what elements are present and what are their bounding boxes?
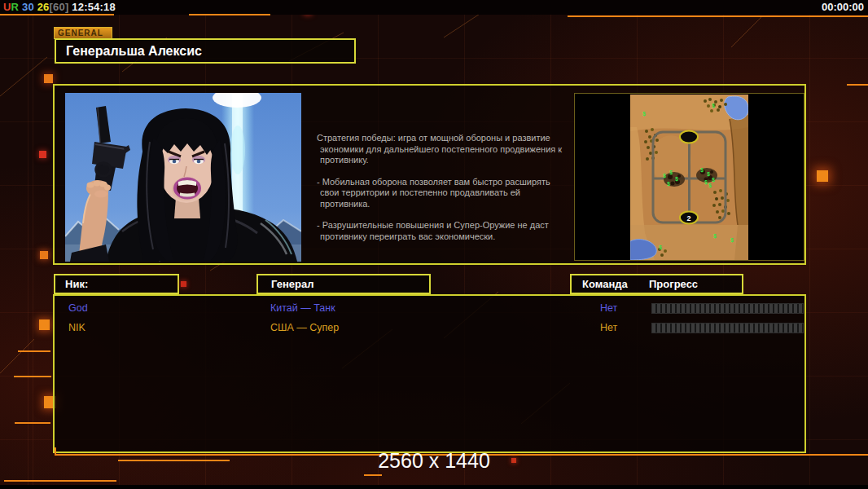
bottom-black-bar — [0, 485, 868, 489]
deco-line — [14, 376, 51, 377]
session-part: [60] — [50, 1, 69, 13]
column-header-nick: Ник: — [54, 274, 179, 294]
svg-text:$: $ — [704, 179, 708, 186]
svg-text:$: $ — [667, 181, 670, 187]
svg-text:$: $ — [663, 173, 666, 179]
strategy-description: Стратегия победы: игра от мощной обороны… — [317, 133, 564, 253]
match-timer: 00:00:00 — [822, 1, 864, 13]
player-general: Китай — Танк — [270, 300, 335, 316]
session-part: 12:54:18 — [68, 1, 115, 13]
description-paragraph: Стратегия победы: игра от мощной обороны… — [317, 133, 564, 166]
player-team: Нет — [600, 319, 617, 336]
deco-square — [39, 151, 46, 158]
player-list-panel: God Китай — Танк Нет NIK США — Супер Нет — [53, 294, 806, 453]
deco-line — [18, 350, 50, 352]
progress-bar — [651, 323, 804, 333]
deco-line — [364, 474, 382, 476]
minimap: 2 $$ $$ $$ $$ $ $$ $$ $ — [630, 95, 748, 260]
player-nick: NIK — [68, 319, 85, 336]
tab-general: GENERAL — [54, 27, 112, 39]
start-position-1 — [680, 131, 698, 143]
column-header-progress-label: Прогресс — [649, 275, 698, 293]
deco-square — [39, 319, 50, 330]
svg-text:$: $ — [713, 233, 717, 240]
svg-text:$: $ — [700, 167, 704, 174]
svg-text:$: $ — [675, 176, 678, 183]
deco-square — [44, 74, 53, 83]
general-portrait — [65, 93, 301, 262]
player-general: США — Супер — [270, 319, 339, 336]
svg-text:$: $ — [669, 170, 673, 176]
session-part: 30 — [19, 1, 37, 13]
portrait-image — [65, 93, 301, 262]
svg-text:$: $ — [712, 103, 715, 109]
deco-line — [189, 14, 270, 15]
player-nick: God — [68, 300, 88, 316]
description-paragraph: - Разрушительные повышения и Супер-Оружи… — [317, 220, 564, 242]
start-position-2-label: 2 — [686, 214, 690, 222]
column-header-general: Генерал — [256, 274, 431, 294]
deco-line — [0, 14, 114, 15]
svg-text:$: $ — [642, 111, 646, 117]
game-lobby-screen: UR 30 26[60] 12:54:18 00:00:00 GENERAL Г… — [0, 0, 868, 489]
player-row[interactable]: NIK США — Супер Нет — [55, 319, 804, 337]
svg-text:$: $ — [707, 171, 710, 178]
session-info: UR 30 26[60] 12:54:18 — [3, 1, 116, 13]
player-team: Нет — [600, 300, 617, 316]
svg-text:$: $ — [708, 183, 712, 189]
session-part: R — [11, 1, 20, 13]
deco-square — [40, 251, 48, 259]
svg-text:$: $ — [730, 237, 734, 244]
description-paragraph: - Мобильная оборона позволяет вам быстро… — [317, 177, 564, 210]
column-header-team-label: Команда — [582, 278, 628, 290]
deco-line — [4, 480, 116, 482]
map-preview-panel: 2 $$ $$ $$ $$ $ $$ $$ $ — [574, 93, 804, 261]
deco-line — [847, 84, 868, 86]
deco-square — [511, 458, 516, 463]
general-info-panel: Стратегия победы: игра от мощной обороны… — [53, 84, 806, 265]
resolution-overlay: 2560 x 1440 — [0, 449, 868, 473]
deco-square — [181, 281, 186, 287]
column-header-team-progress: Команда Прогресс — [570, 274, 743, 294]
svg-text:$: $ — [712, 177, 715, 183]
svg-text:$: $ — [659, 244, 662, 251]
progress-bar — [651, 303, 804, 314]
general-name-title: Генеральша Алексис — [55, 38, 356, 64]
session-part: U — [3, 1, 11, 13]
deco-square — [817, 170, 828, 182]
player-row[interactable]: God Китай — Танк Нет — [55, 300, 804, 318]
top-status-bar: UR 30 26[60] 12:54:18 00:00:00 — [0, 0, 868, 15]
deco-line — [15, 422, 50, 424]
session-part: 26 — [37, 1, 50, 13]
deco-line — [568, 15, 868, 17]
